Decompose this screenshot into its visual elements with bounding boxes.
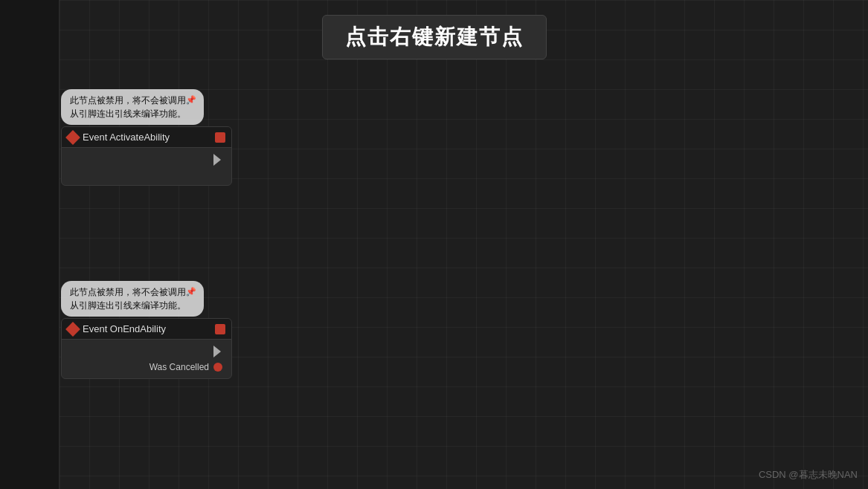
node2-pin-icon: 📌 [186, 285, 196, 298]
watermark-text: CSDN @暮志未晚NAN [759, 469, 858, 480]
node2-diamond-icon [65, 322, 80, 337]
node2-was-cancelled-label: Was Cancelled [150, 362, 209, 372]
node1-content [62, 148, 231, 185]
node2-header: Event OnEndAbility [62, 319, 231, 340]
node2-tooltip-line2: 从引脚连出引线来编译功能。 [70, 299, 195, 312]
node1-diamond-icon [65, 130, 80, 145]
node-activate-ability: 此节点被禁用，将不会被调用。 从引脚连出引线来编译功能。 📌 Event Act… [61, 89, 232, 186]
left-sidebar-strip [0, 0, 60, 489]
node-on-end-ability: 此节点被禁用，将不会被调用。 从引脚连出引线来编译功能。 📌 Event OnE… [61, 281, 232, 379]
node2-exec-pin[interactable] [69, 346, 224, 357]
node2-content: Was Cancelled [62, 340, 231, 378]
node2-exec-arrow [213, 346, 221, 357]
node1-tooltip-line1: 此节点被禁用，将不会被调用。 [70, 94, 195, 107]
node1-exec-pin[interactable] [69, 154, 224, 166]
node1-tooltip: 此节点被禁用，将不会被调用。 从引脚连出引线来编译功能。 📌 [61, 89, 204, 125]
node1-close-button[interactable] [215, 132, 225, 143]
node2-title: Event OnEndAbility [83, 323, 210, 334]
node2-tooltip-line1: 此节点被禁用，将不会被调用。 [70, 285, 195, 299]
node1-exec-arrow [213, 154, 221, 166]
instruction-text: 点击右键新建节点 [345, 25, 524, 48]
node2-body: Event OnEndAbility Was Cancelled [61, 318, 232, 379]
node1-body: Event ActivateAbility [61, 126, 232, 186]
node2-was-cancelled-row[interactable]: Was Cancelled [69, 362, 224, 372]
instruction-banner: 点击右键新建节点 [322, 15, 547, 59]
node1-header: Event ActivateAbility [62, 127, 231, 148]
node2-tooltip: 此节点被禁用，将不会被调用。 从引脚连出引线来编译功能。 📌 [61, 281, 204, 317]
node1-tooltip-line2: 从引脚连出引线来编译功能。 [70, 107, 195, 120]
node2-bool-pin[interactable] [213, 363, 222, 372]
node1-pin-icon: 📌 [186, 94, 196, 106]
node1-title: Event ActivateAbility [83, 132, 210, 143]
grid-background [0, 0, 868, 489]
watermark: CSDN @暮志未晚NAN [759, 468, 858, 482]
node2-close-button[interactable] [215, 324, 225, 334]
